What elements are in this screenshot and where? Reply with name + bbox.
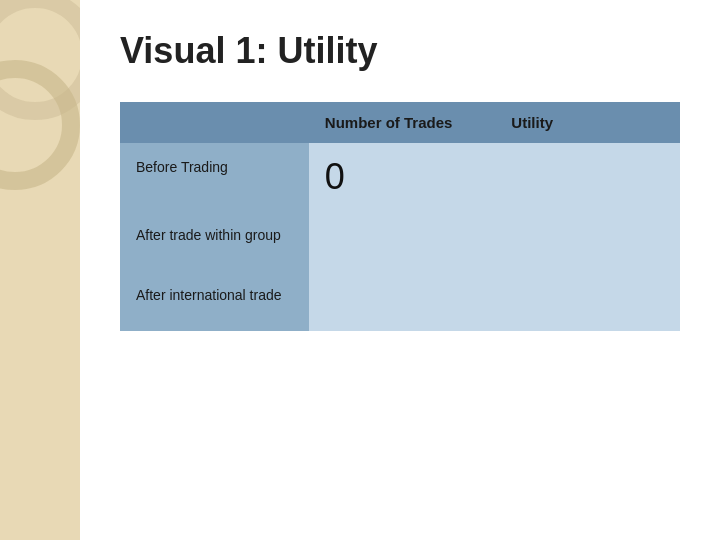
row-utility-after-international [495, 271, 680, 331]
table-header-row-label [120, 102, 309, 143]
row-trades-after-international [309, 271, 495, 331]
row-utility-before-trading [495, 143, 680, 211]
row-label-after-within-group: After trade within group [120, 211, 309, 271]
table-container: Number of Trades Utility Before Trading … [120, 102, 680, 331]
table-row: Before Trading 0 [120, 143, 680, 211]
table-row: After trade within group [120, 211, 680, 271]
table-header-trades: Number of Trades [309, 102, 495, 143]
table-header-utility: Utility [495, 102, 680, 143]
row-label-after-international: After international trade [120, 271, 309, 331]
row-trades-after-within-group [309, 211, 495, 271]
table-row: After international trade [120, 271, 680, 331]
utility-table: Number of Trades Utility Before Trading … [120, 102, 680, 331]
left-sidebar [0, 0, 80, 540]
row-utility-after-within-group [495, 211, 680, 271]
decorative-background [0, 0, 80, 200]
row-trades-before-trading: 0 [309, 143, 495, 211]
zero-value: 0 [325, 156, 345, 197]
table-header-row: Number of Trades Utility [120, 102, 680, 143]
page-title: Visual 1: Utility [120, 30, 680, 72]
row-label-before-trading: Before Trading [120, 143, 309, 211]
main-content: Visual 1: Utility Number of Trades Utili… [80, 0, 720, 540]
